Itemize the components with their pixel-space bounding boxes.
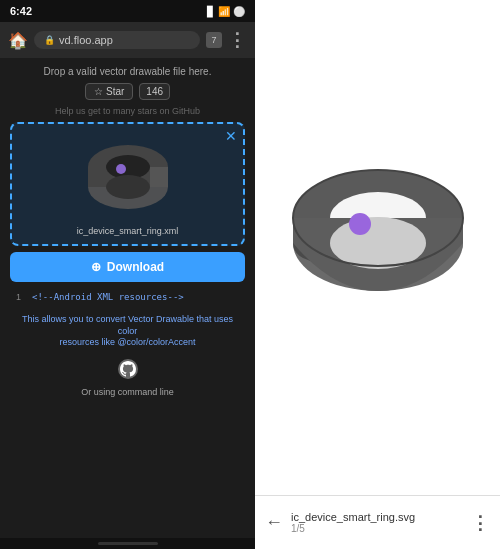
star-button[interactable]: ☆ Star — [85, 83, 133, 100]
svg-point-13 — [330, 217, 426, 269]
right-panel: ← ic_device_smart_ring.svg 1/5 ⋮ — [255, 0, 500, 549]
description-text: This allows you to convert Vector Drawab… — [10, 312, 245, 351]
star-label: Star — [106, 86, 124, 97]
battery-icon: ▊ — [207, 6, 215, 17]
tab-count: 7 — [211, 35, 216, 45]
right-page-count: 1/5 — [291, 523, 463, 534]
github-icon-row — [10, 357, 245, 381]
drop-zone-text: Drop a valid vector drawable file here. — [10, 66, 245, 77]
right-file-name: ic_device_smart_ring.svg — [291, 511, 463, 523]
ring-preview-small — [78, 132, 178, 222]
browser-tab-icon[interactable]: 7 — [206, 32, 222, 48]
svg-rect-3 — [88, 167, 106, 187]
upload-box[interactable]: ✕ ic_device_smart_rin — [10, 122, 245, 246]
github-svg — [120, 361, 136, 377]
download-button[interactable]: ⊕ Download — [10, 252, 245, 282]
more-options-button[interactable]: ⋮ — [471, 512, 490, 534]
status-time: 6:42 — [10, 5, 32, 17]
github-icon[interactable] — [118, 359, 138, 379]
browser-url-bar[interactable]: 🔒 vd.floo.app — [34, 31, 200, 49]
ring-svg-large — [278, 138, 478, 358]
back-button[interactable]: ← — [265, 512, 283, 533]
wifi-icon: ⚪ — [233, 6, 245, 17]
preview-area — [255, 0, 500, 495]
signal-icon: 📶 — [218, 6, 230, 17]
cmdline-text: Or using command line — [10, 387, 245, 397]
code-line-1: 1 <!--Android XML resources--> — [16, 292, 239, 302]
code-section: 1 <!--Android XML resources--> — [10, 288, 245, 306]
svg-point-5 — [106, 175, 150, 199]
phone-panel: 6:42 ▊ 📶 ⚪ 🏠 🔒 vd.floo.app 7 ⋮ Drop a va… — [0, 0, 255, 549]
upload-file-name: ic_device_smart_ring.xml — [77, 226, 179, 236]
browser-menu-button[interactable]: ⋮ — [228, 29, 247, 51]
browser-bar: 🏠 🔒 vd.floo.app 7 ⋮ — [0, 22, 255, 58]
download-label: Download — [107, 260, 164, 274]
close-button[interactable]: ✕ — [225, 128, 237, 144]
svg-point-6 — [116, 164, 126, 174]
svg-point-15 — [349, 213, 371, 235]
right-bottom-bar: ← ic_device_smart_ring.svg 1/5 ⋮ — [255, 495, 500, 549]
star-icon: ☆ — [94, 86, 103, 97]
file-info: ic_device_smart_ring.svg 1/5 — [291, 511, 463, 534]
star-row: ☆ Star 146 — [10, 83, 245, 100]
star-count: 146 — [139, 83, 170, 100]
ring-svg-small — [83, 137, 173, 217]
bottom-navigation-bar — [98, 542, 158, 545]
status-bar: 6:42 ▊ 📶 ⚪ — [0, 0, 255, 22]
browser-back-button[interactable]: 🏠 — [8, 31, 28, 50]
svg-rect-4 — [150, 167, 168, 187]
code-content: <!--Android XML resources--> — [32, 292, 184, 302]
line-number: 1 — [16, 292, 26, 302]
url-text: vd.floo.app — [59, 34, 113, 46]
web-content: Drop a valid vector drawable file here. … — [0, 58, 255, 538]
status-icons: ▊ 📶 ⚪ — [207, 6, 245, 17]
download-icon: ⊕ — [91, 260, 101, 274]
help-text: Help us get to many stars on GitHub — [10, 106, 245, 116]
secure-icon: 🔒 — [44, 35, 55, 45]
